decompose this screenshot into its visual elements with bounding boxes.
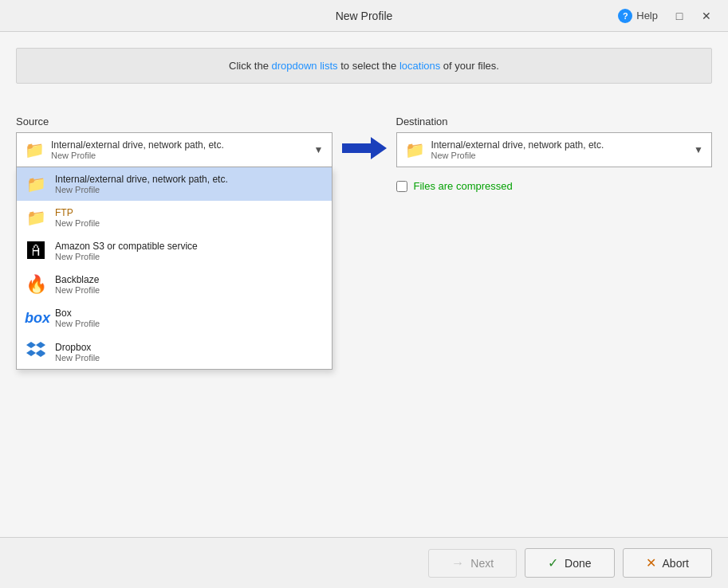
abort-button[interactable]: ✕ Abort [623, 548, 712, 578]
window-title: New Profile [336, 10, 393, 22]
done-icon: ✓ [548, 555, 558, 570]
footer: → Next ✓ Done ✕ Abort [0, 537, 728, 588]
svg-marker-1 [36, 342, 45, 348]
item-folder-icon: 📁 [25, 174, 47, 194]
item-amazon-sub: New Profile [55, 252, 198, 261]
dropdown-item-ftp[interactable]: 📁 FTP New Profile [17, 201, 332, 234]
dropdown-item-internal[interactable]: 📁 Internal/external drive, network path,… [17, 167, 332, 201]
dropdown-item-dropbox[interactable]: Dropbox New Profile [17, 335, 332, 369]
svg-marker-4 [36, 351, 45, 357]
destination-label: Destination [396, 116, 713, 127]
item-ftp-sub: New Profile [55, 218, 100, 228]
item-backblaze-main: Backblaze [55, 274, 100, 285]
item-main-text: Internal/external drive, network path, e… [55, 174, 228, 185]
item-backblaze-icon: 🔥 [25, 274, 47, 295]
abort-icon: ✕ [646, 555, 656, 570]
files-compressed-label[interactable]: Files are compressed [414, 180, 513, 192]
compressed-row: Files are compressed [396, 180, 713, 192]
svg-marker-5 [342, 137, 387, 159]
close-button[interactable]: ✕ [695, 5, 718, 27]
destination-dropdown-trigger[interactable]: 📁 Internal/external drive, network path,… [396, 132, 713, 167]
title-bar: New Profile ? Help □ ✕ [0, 0, 728, 32]
item-amazon-icon: 🅰 [25, 241, 47, 261]
help-button[interactable]: ? Help [612, 6, 664, 26]
destination-area: Destination 📁 Internal/external drive, n… [396, 116, 713, 192]
svg-marker-2 [26, 350, 36, 356]
source-selected-main: Internal/external drive, network path, e… [51, 139, 308, 151]
item-box-sub: New Profile [55, 319, 100, 328]
item-dropbox-icon [25, 341, 47, 363]
svg-marker-0 [26, 342, 36, 348]
highlight-dropdown: dropdown lists [272, 60, 338, 72]
help-label: Help [636, 10, 658, 22]
item-box-main: Box [55, 308, 100, 319]
source-chevron-icon: ▼ [314, 144, 324, 155]
instruction-banner: Click the dropdown lists to select the l… [16, 48, 712, 84]
dropdown-item-box[interactable]: box Box New Profile [17, 301, 332, 335]
dest-selected-main: Internal/external drive, network path, e… [431, 139, 688, 151]
source-selected-sub: New Profile [51, 151, 308, 160]
dropdown-item-amazon[interactable]: 🅰 Amazon S3 or compatible service New Pr… [17, 234, 332, 268]
item-amazon-main: Amazon S3 or compatible service [55, 241, 198, 252]
item-ftp-main: FTP [55, 207, 100, 218]
abort-label: Abort [663, 557, 689, 570]
files-compressed-checkbox[interactable] [396, 181, 407, 192]
sd-section: Source 📁 Internal/external drive, networ… [0, 92, 728, 200]
item-dropbox-sub: New Profile [55, 353, 100, 363]
source-label: Source [16, 116, 333, 127]
done-label: Done [565, 557, 591, 570]
item-box-icon: box [25, 310, 47, 327]
done-button[interactable]: ✓ Done [525, 548, 614, 578]
item-sub-text: New Profile [55, 185, 228, 194]
arrow-area [333, 116, 396, 161]
right-arrow-icon [342, 135, 387, 161]
item-backblaze-sub: New Profile [55, 285, 100, 295]
next-icon: → [451, 556, 464, 570]
dest-selected-sub: New Profile [431, 151, 688, 160]
source-area: Source 📁 Internal/external drive, networ… [16, 116, 333, 167]
source-folder-icon: 📁 [25, 140, 45, 159]
source-dropdown-list: 📁 Internal/external drive, network path,… [16, 167, 333, 370]
next-label: Next [470, 557, 494, 570]
item-ftp-icon: 📁 [25, 208, 47, 227]
item-dropbox-main: Dropbox [55, 342, 100, 353]
minimize-button[interactable]: □ [667, 5, 691, 27]
main-content: Click the dropdown lists to select the l… [0, 32, 728, 537]
dropdown-item-backblaze[interactable]: 🔥 Backblaze New Profile [17, 268, 332, 301]
source-dropdown-trigger[interactable]: 📁 Internal/external drive, network path,… [16, 132, 333, 167]
dest-chevron-icon: ▼ [694, 144, 703, 155]
help-icon: ? [618, 9, 632, 23]
dest-folder-icon: 📁 [405, 140, 425, 159]
next-button[interactable]: → Next [428, 549, 517, 578]
highlight-locations: locations [399, 60, 440, 72]
